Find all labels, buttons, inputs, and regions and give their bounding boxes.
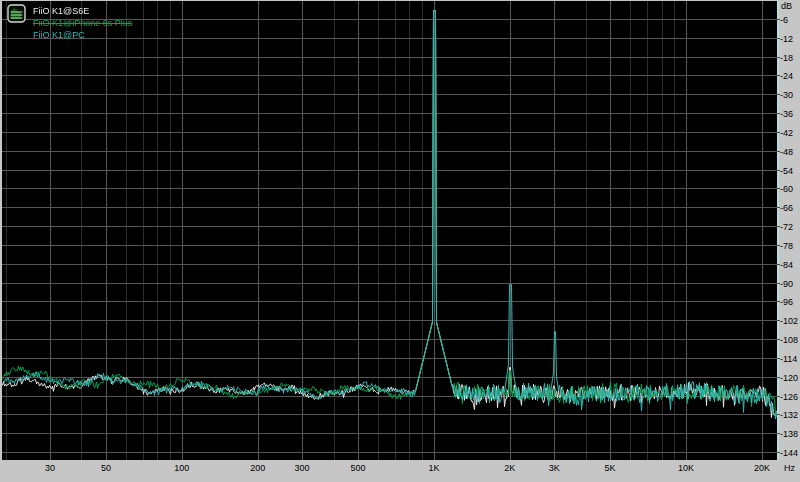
x-axis-tick-label: 2K bbox=[504, 463, 515, 473]
y-axis-tick-label: -48 bbox=[780, 147, 793, 157]
legend: FiiO K1@S6EFiiO K1@iPhone 6s PlusFiiO K1… bbox=[7, 4, 132, 41]
y-axis-tick-label: -84 bbox=[780, 260, 793, 270]
y-axis-tick bbox=[777, 396, 780, 397]
y-axis-tick bbox=[777, 113, 780, 114]
y-axis-tick bbox=[777, 75, 780, 76]
y-axis-tick bbox=[777, 132, 780, 133]
x-axis-tick-label: 3K bbox=[549, 463, 560, 473]
y-axis-unit-label: dB bbox=[781, 1, 792, 11]
spectrum-chart-canvas bbox=[2, 1, 777, 460]
y-axis-tick-label: -60 bbox=[780, 184, 793, 194]
y-axis-tick-label: -102 bbox=[780, 316, 798, 326]
y-axis-tick bbox=[777, 170, 780, 171]
y-axis-tick-label: -114 bbox=[780, 354, 797, 364]
y-axis-tick bbox=[777, 19, 780, 20]
y-axis-tick bbox=[777, 358, 780, 359]
x-axis-tick-label: 5K bbox=[605, 463, 616, 473]
x-axis-tick-label: 1K bbox=[428, 463, 439, 473]
y-axis-tick-label: -126 bbox=[780, 392, 798, 402]
y-axis-tick bbox=[777, 283, 780, 284]
y-axis-tick-label: -54 bbox=[780, 166, 793, 176]
y-axis-tick bbox=[777, 320, 780, 321]
y-axis-tick-label: -24 bbox=[780, 71, 793, 81]
y-axis-tick-label: -138 bbox=[780, 429, 798, 439]
y-axis-tick-label: -144 bbox=[780, 448, 798, 458]
plot-right-border bbox=[777, 1, 779, 460]
y-axis-tick bbox=[777, 38, 780, 39]
x-axis-tick-label: 20K bbox=[754, 463, 770, 473]
legend-items: FiiO K1@S6EFiiO K1@iPhone 6s PlusFiiO K1… bbox=[33, 4, 132, 41]
legend-item: FiiO K1@PC bbox=[33, 29, 132, 41]
spectrum-icon bbox=[7, 4, 26, 23]
y-axis-tick bbox=[777, 226, 780, 227]
y-axis-tick bbox=[777, 377, 780, 378]
y-axis-tick-label: -36 bbox=[780, 109, 793, 119]
x-axis-tick-label: 200 bbox=[250, 463, 265, 473]
y-axis-tick-label: -42 bbox=[780, 128, 793, 138]
y-axis-tick-label: -108 bbox=[780, 335, 798, 345]
y-axis-tick bbox=[777, 207, 780, 208]
y-axis-tick bbox=[777, 452, 780, 453]
y-axis-tick bbox=[777, 414, 780, 415]
y-axis-tick bbox=[777, 339, 780, 340]
y-axis-tick bbox=[777, 57, 780, 58]
y-axis-tick-label: -12 bbox=[780, 34, 793, 44]
y-axis-tick-label: -120 bbox=[780, 373, 798, 383]
y-axis-tick bbox=[777, 245, 780, 246]
y-axis-tick-label: -6 bbox=[780, 15, 788, 25]
legend-item: FiiO K1@S6E bbox=[33, 5, 132, 17]
y-axis-tick bbox=[777, 94, 780, 95]
x-axis-tick-label: 10K bbox=[678, 463, 694, 473]
x-axis-tick-label: 300 bbox=[295, 463, 310, 473]
y-axis-tick bbox=[777, 188, 780, 189]
y-axis-tick bbox=[777, 301, 780, 302]
plot-area: FiiO K1@S6EFiiO K1@iPhone 6s PlusFiiO K1… bbox=[2, 1, 777, 460]
y-axis-tick bbox=[777, 264, 780, 265]
x-axis-tick-label: 50 bbox=[101, 463, 111, 473]
x-axis-tick-label: 100 bbox=[174, 463, 189, 473]
y-axis-tick bbox=[777, 151, 780, 152]
y-axis-tick bbox=[777, 433, 780, 434]
y-axis-tick-label: -78 bbox=[780, 241, 793, 251]
y-axis-tick-label: -72 bbox=[780, 222, 793, 232]
y-axis-tick-label: -96 bbox=[780, 297, 793, 307]
y-axis-tick-label: -90 bbox=[780, 279, 793, 289]
legend-item: FiiO K1@iPhone 6s Plus bbox=[33, 17, 132, 29]
y-axis-tick-label: -18 bbox=[780, 53, 793, 63]
rmaa-spectrum-window: FiiO K1@S6EFiiO K1@iPhone 6s PlusFiiO K1… bbox=[0, 0, 800, 482]
y-axis-tick-label: -132 bbox=[780, 410, 798, 420]
x-axis-unit-label: Hz bbox=[784, 463, 795, 473]
x-axis-tick-label: 30 bbox=[45, 463, 55, 473]
x-axis-tick-label: 500 bbox=[351, 463, 366, 473]
y-axis-tick-label: -30 bbox=[780, 90, 793, 100]
y-axis-tick-label: -66 bbox=[780, 203, 793, 213]
